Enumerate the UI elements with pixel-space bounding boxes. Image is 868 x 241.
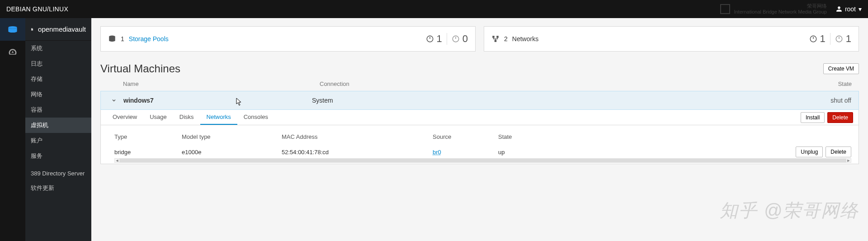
networks-stopped-group: 1: [835, 33, 851, 45]
os-title: DEBIAN GNU/LINUX: [6, 5, 68, 13]
networks-label: Networks: [512, 35, 538, 43]
svg-rect-8: [495, 40, 497, 42]
col-name: Name: [123, 80, 320, 87]
power-off-icon: [835, 35, 843, 43]
rail-item-storage[interactable]: [0, 18, 25, 41]
storage-stopped-count: 0: [462, 33, 468, 45]
vm-tabs-row: OverviewUsageDisksNetworksConsoles Insta…: [100, 110, 859, 125]
sidebar-item-0[interactable]: 系统: [25, 41, 91, 56]
scrollbar-thumb[interactable]: [119, 159, 846, 162]
net-type: bridge: [114, 149, 182, 156]
svg-rect-6: [492, 36, 495, 38]
unplug-button[interactable]: Unplug: [796, 146, 823, 157]
storage-stopped-group: 0: [452, 33, 468, 45]
vm-name: windows7: [120, 97, 312, 104]
networks-running-count: 1: [820, 33, 826, 45]
main-content: 1 Storage Pools 1 0: [91, 18, 868, 241]
zhihu-watermark: 知乎 @荣哥网络: [720, 198, 859, 223]
gauge-icon: [8, 47, 17, 57]
expand-toggle[interactable]: [108, 98, 120, 103]
networks-stopped-count: 1: [846, 33, 851, 45]
col-type: Type: [114, 133, 182, 140]
col-connection: Connection: [320, 80, 825, 87]
network-panel: Type Model type MAC Address Source State…: [100, 125, 859, 164]
caret-down-icon: ▾: [859, 5, 862, 13]
vm-connection: System: [312, 97, 820, 104]
topbar: DEBIAN GNU/LINUX 荣哥网络 International Brid…: [0, 0, 868, 18]
scroll-right-arrow[interactable]: ►: [846, 158, 851, 163]
tab-consoles[interactable]: Consoles: [237, 110, 274, 125]
network-icon: [491, 35, 500, 43]
storage-count: 1: [121, 35, 124, 43]
database-icon: [108, 35, 116, 43]
storage-running-count: 1: [437, 33, 442, 45]
net-row: bridgee1000e52:54:00:41:78:cdbr0upUnplug…: [114, 145, 851, 159]
tab-networks[interactable]: Networks: [200, 110, 237, 125]
brand-watermark-line2: International Bridge Network Media Group: [734, 9, 826, 15]
power-off-icon: [452, 35, 460, 43]
vm-row[interactable]: windows7 System shut off: [100, 91, 859, 110]
brand-watermark: 荣哥网络 International Bridge Network Media …: [720, 3, 826, 15]
tab-disks[interactable]: Disks: [173, 110, 200, 125]
sidebar-item-6[interactable]: 账户: [25, 133, 91, 148]
svg-rect-7: [496, 36, 499, 38]
sidebar-header[interactable]: openmediavault: [25, 18, 91, 41]
vm-state: shut off: [820, 97, 851, 104]
sidebar-item-9[interactable]: 软件更新: [25, 180, 91, 196]
chevron-down-icon: [111, 98, 117, 103]
col-source: Source: [433, 133, 498, 140]
sidebar-item-1[interactable]: 日志: [25, 56, 91, 71]
networks-count: 2: [504, 35, 508, 43]
document-icon: [31, 26, 33, 33]
vm-table-header: Name Connection State: [100, 79, 859, 91]
net-state: up: [498, 149, 611, 156]
icon-rail: [0, 18, 25, 241]
net-source: br0: [433, 149, 498, 156]
net-table-header: Type Model type MAC Address Source State: [114, 133, 851, 140]
sidebar-item-8[interactable]: 389 Directory Server: [25, 166, 91, 180]
power-icon: [809, 35, 817, 43]
brand-logo-box: [720, 4, 730, 14]
svg-point-0: [8, 26, 17, 28]
sidebar-item-3[interactable]: 网络: [25, 87, 91, 102]
horizontal-scrollbar[interactable]: ◄ ►: [114, 158, 851, 163]
col-mac: MAC Address: [282, 133, 433, 140]
net-delete-button[interactable]: Delete: [826, 146, 851, 157]
sidebar-item-4[interactable]: 容器: [25, 102, 91, 118]
tab-usage[interactable]: Usage: [143, 110, 173, 125]
user-menu[interactable]: root ▾: [836, 5, 862, 13]
net-source-link[interactable]: br0: [433, 149, 441, 156]
col-state: State: [825, 80, 852, 87]
sidebar-item-7[interactable]: 服务: [25, 148, 91, 164]
scroll-left-arrow[interactable]: ◄: [115, 158, 119, 163]
delete-button[interactable]: Delete: [827, 112, 853, 123]
col-model: Model type: [182, 133, 282, 140]
sidebar-item-5[interactable]: 虚拟机: [25, 118, 91, 133]
sidebar-header-label: openmediavault: [38, 25, 86, 33]
card-networks: 2 Networks 1 1: [484, 26, 859, 52]
net-mac: 52:54:00:41:78:cd: [282, 149, 433, 156]
rail-item-dashboard[interactable]: [0, 41, 25, 63]
user-icon: [836, 6, 842, 12]
networks-running-group: 1: [809, 33, 826, 45]
page-title: Virtual Machines: [100, 62, 180, 75]
user-name: root: [845, 5, 856, 13]
create-vm-button[interactable]: Create VM: [823, 63, 859, 74]
brand-watermark-line1: 荣哥网络: [734, 3, 826, 9]
storage-pools-link[interactable]: Storage Pools: [129, 35, 169, 43]
disk-icon: [8, 26, 18, 33]
install-button[interactable]: Install: [801, 112, 825, 123]
tab-overview[interactable]: Overview: [106, 110, 143, 125]
sidebar: openmediavault 系统日志存储网络容器虚拟机账户服务389 Dire…: [25, 18, 91, 241]
sidebar-item-2[interactable]: 存储: [25, 71, 91, 87]
card-storage-pools: 1 Storage Pools 1 0: [100, 26, 476, 52]
col-net-state: State: [498, 133, 611, 140]
power-icon: [426, 35, 434, 43]
storage-running-group: 1: [426, 33, 442, 45]
net-model: e1000e: [182, 149, 282, 156]
